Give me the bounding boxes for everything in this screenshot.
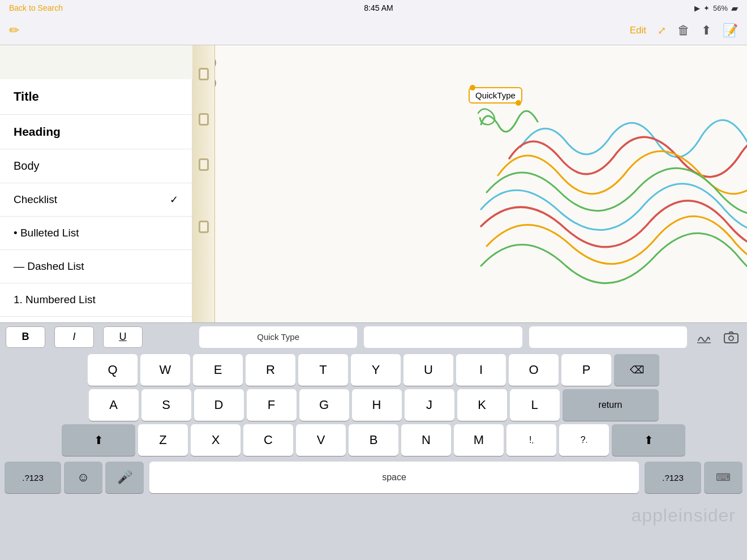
format-dropdown-menu: Title Heading Body Checklist ✓ • Bullete…: [0, 79, 192, 322]
handwriting-svg: [696, 330, 712, 344]
drawing-area: [475, 102, 747, 300]
checkmark-checklist: ✓: [170, 193, 178, 206]
key-n[interactable]: N: [401, 424, 451, 456]
qt-suggestion-1[interactable]: Quick Type: [199, 326, 357, 348]
handwriting-icon[interactable]: [692, 326, 716, 348]
ring-2: [199, 113, 209, 126]
menu-item-heading[interactable]: Heading: [0, 115, 192, 149]
battery-icon: ▰: [731, 3, 738, 14]
ring-1: [199, 68, 209, 80]
svg-point-2: [729, 336, 733, 341]
menu-item-title[interactable]: Title: [0, 79, 192, 115]
key-b[interactable]: B: [349, 424, 398, 456]
key-l[interactable]: L: [510, 389, 560, 421]
key-emoji[interactable]: ☺: [64, 462, 102, 493]
key-i[interactable]: I: [456, 354, 506, 386]
keyboard-row-2: A S D F G H J K L return: [2, 389, 745, 421]
key-x[interactable]: X: [191, 424, 241, 456]
status-right: ▶ ✦ 56% ▰: [694, 3, 738, 14]
key-keyboard-dismiss[interactable]: ⌨: [704, 462, 742, 493]
notes-canvas[interactable]: QuickType: [192, 45, 747, 322]
key-t[interactable]: T: [298, 354, 348, 386]
battery-text: 56%: [713, 4, 728, 12]
quicktype-selected-label: QuickType: [469, 87, 522, 104]
key-k[interactable]: K: [457, 389, 507, 421]
key-o[interactable]: O: [509, 354, 559, 386]
back-to-search[interactable]: Back to Search: [9, 3, 63, 12]
key-return[interactable]: return: [563, 389, 659, 421]
key-c[interactable]: C: [243, 424, 293, 456]
key-h[interactable]: H: [352, 389, 402, 421]
key-shift-right[interactable]: ⬆: [612, 424, 685, 456]
menu-item-bulleted[interactable]: • Bulleted List: [0, 217, 192, 250]
key-numbers-right[interactable]: .?123: [645, 462, 701, 493]
key-s[interactable]: S: [141, 389, 191, 421]
ring-3: [199, 158, 209, 171]
watermark: appleinsider: [631, 505, 736, 526]
trash-icon[interactable]: 🗑: [677, 23, 690, 38]
key-dictate[interactable]: 🎤: [105, 462, 144, 493]
keyboard: Q W E R T Y U I O P ⌫ A S D F G H J K L …: [0, 351, 747, 560]
underline-button[interactable]: U: [103, 326, 143, 348]
menu-item-dashed[interactable]: — Dashed List: [0, 250, 192, 283]
compose-icon[interactable]: 📝: [723, 23, 738, 38]
key-shift-left[interactable]: ⬆: [62, 424, 135, 456]
location-icon: ▶: [694, 4, 700, 12]
selection-dot-top: [470, 85, 475, 91]
pencil-icon[interactable]: ✏: [9, 23, 19, 38]
status-bar: Back to Search 8:45 AM ▶ ✦ 56% ▰: [0, 0, 747, 16]
key-f[interactable]: F: [247, 389, 297, 421]
edit-button[interactable]: Edit: [630, 25, 646, 36]
key-p[interactable]: P: [561, 354, 611, 386]
key-d[interactable]: D: [194, 389, 244, 421]
format-toolbar: B I U: [0, 322, 192, 351]
key-w[interactable]: W: [140, 354, 190, 386]
handwriting-drawing: [475, 102, 747, 300]
main-area: QuickType: [0, 45, 747, 322]
key-backspace[interactable]: ⌫: [614, 354, 659, 386]
status-left: Back to Search: [9, 3, 63, 12]
key-j[interactable]: J: [405, 389, 454, 421]
key-question[interactable]: ?.: [559, 424, 609, 456]
ring-4: [199, 221, 209, 233]
qt-suggestion-3[interactable]: [529, 326, 687, 348]
keyboard-bottom-row: .?123 ☺ 🎤 space .?123 ⌨: [2, 459, 745, 493]
nav-left: ✏: [9, 23, 19, 38]
menu-item-checklist[interactable]: Checklist ✓: [0, 183, 192, 217]
keyboard-row-3: ⬆ Z X C V B N M !, ?. ⬆: [2, 424, 745, 456]
nav-bar: ✏ Edit ⤢ 🗑 ⬆ 📝: [0, 16, 747, 45]
italic-button[interactable]: I: [54, 326, 94, 348]
key-e[interactable]: E: [193, 354, 243, 386]
key-r[interactable]: R: [246, 354, 295, 386]
share-icon[interactable]: ⬆: [701, 23, 711, 38]
nav-right: Edit ⤢ 🗑 ⬆ 📝: [630, 23, 738, 38]
menu-item-body[interactable]: Body: [0, 149, 192, 183]
key-q[interactable]: Q: [88, 354, 138, 386]
bluetooth-icon: ✦: [703, 4, 710, 12]
key-v[interactable]: V: [296, 424, 346, 456]
key-numbers-left[interactable]: .?123: [5, 462, 61, 493]
status-time: 8:45 AM: [364, 3, 393, 12]
key-excl[interactable]: !,: [506, 424, 556, 456]
key-m[interactable]: M: [454, 424, 504, 456]
notebook-margin: [192, 45, 215, 322]
key-g[interactable]: G: [299, 389, 349, 421]
expand-icon[interactable]: ⤢: [658, 24, 666, 37]
menu-item-numbered[interactable]: 1. Numbered List: [0, 283, 192, 317]
camera-svg: [723, 330, 739, 344]
key-space[interactable]: space: [149, 462, 639, 493]
bold-button[interactable]: B: [6, 326, 45, 348]
key-z[interactable]: Z: [138, 424, 188, 456]
camera-icon[interactable]: [719, 326, 744, 348]
keyboard-row-1: Q W E R T Y U I O P ⌫: [2, 354, 745, 386]
svg-rect-1: [724, 334, 738, 343]
key-a[interactable]: A: [89, 389, 139, 421]
quicktype-bar: Quick Type: [192, 322, 747, 351]
key-u[interactable]: U: [403, 354, 453, 386]
key-y[interactable]: Y: [351, 354, 401, 386]
qt-suggestion-2[interactable]: [364, 326, 522, 348]
